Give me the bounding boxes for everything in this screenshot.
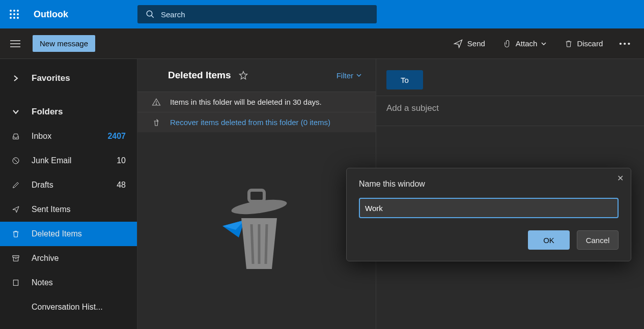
sidebar-item-sent[interactable]: Sent Items: [0, 197, 137, 222]
svg-line-24: [266, 224, 267, 264]
blocked-icon: [11, 157, 20, 165]
message-list-pane: Deleted Items Filter Items in this folde…: [137, 59, 376, 329]
sidebar-item-label: Drafts: [32, 181, 94, 190]
favorites-label: Favorites: [32, 73, 70, 83]
recover-items-text: Recover items deleted from this folder (…: [170, 118, 330, 127]
command-bar: New message Send Attach Discard •••: [0, 28, 644, 59]
sidebar-item-archive[interactable]: Archive: [0, 246, 137, 271]
empty-folder-illustration: [137, 132, 376, 329]
svg-point-19: [156, 104, 157, 105]
send-button[interactable]: Send: [446, 36, 492, 52]
filter-label: Filter: [337, 71, 353, 80]
send-label: Send: [467, 39, 485, 48]
svg-point-1: [13, 10, 15, 12]
dialog-ok-button[interactable]: OK: [528, 230, 570, 250]
svg-line-10: [151, 15, 154, 18]
svg-rect-16: [13, 256, 19, 257]
attach-button[interactable]: Attach: [496, 36, 554, 52]
sidebar-item-drafts[interactable]: Drafts 48: [0, 173, 137, 197]
svg-point-2: [17, 10, 19, 12]
filter-button[interactable]: Filter: [337, 71, 361, 80]
app-launcher-button[interactable]: [0, 0, 29, 28]
dialog-cancel-button[interactable]: Cancel: [577, 230, 619, 250]
list-header: Deleted Items Filter: [137, 59, 376, 92]
search-icon: [146, 10, 155, 19]
send-icon: [11, 205, 20, 214]
ellipsis-icon: •••: [619, 39, 632, 48]
discard-label: Discard: [577, 39, 603, 48]
sidebar-item-label: Junk Email: [32, 156, 94, 165]
sidebar-item-deleted[interactable]: Deleted Items: [0, 222, 137, 246]
folders-section[interactable]: Folders: [0, 100, 137, 124]
sidebar-item-notes[interactable]: Notes: [0, 271, 137, 295]
archive-icon: [11, 254, 20, 262]
note-icon: [11, 279, 20, 287]
sidebar-item-label: Notes: [32, 278, 126, 287]
sidebar-item-count: 2407: [105, 132, 126, 141]
new-message-button[interactable]: New message: [33, 35, 95, 52]
favorites-section[interactable]: Favorites: [0, 66, 137, 91]
waffle-icon: [10, 10, 19, 19]
chevron-down-icon: [541, 42, 546, 45]
trash-icon: [11, 230, 20, 238]
sidebar-item-label: Deleted Items: [32, 229, 94, 238]
dialog-close-button[interactable]: ✕: [617, 173, 624, 183]
window-name-input[interactable]: [359, 198, 619, 218]
search-box[interactable]: [137, 5, 377, 23]
svg-point-8: [17, 17, 19, 19]
folders-label: Folders: [32, 107, 63, 117]
sidebar-item-conversation-history[interactable]: Conversation Hist...: [0, 295, 137, 319]
sidebar-item-count: 10: [105, 156, 126, 165]
recover-items-row[interactable]: Recover items deleted from this folder (…: [137, 112, 376, 132]
attach-label: Attach: [516, 39, 538, 48]
more-actions-button[interactable]: •••: [614, 36, 637, 51]
folder-sidebar: Favorites Folders Inbox 2407 Junk Email …: [0, 59, 137, 329]
to-field-row[interactable]: To: [376, 64, 644, 96]
sidebar-item-label: Inbox: [32, 132, 94, 141]
chevron-down-icon: [356, 74, 361, 77]
inbox-icon: [11, 132, 20, 140]
pencil-icon: [11, 181, 20, 189]
sidebar-item-junk[interactable]: Junk Email 10: [0, 148, 137, 173]
close-icon: ✕: [617, 174, 624, 183]
svg-line-15: [14, 159, 18, 163]
hamburger-icon: [10, 40, 20, 47]
to-button[interactable]: To: [386, 70, 423, 89]
trash-icon: [565, 39, 573, 49]
sidebar-item-label: Conversation Hist...: [32, 303, 126, 312]
svg-point-7: [13, 17, 15, 19]
star-icon[interactable]: [238, 70, 248, 80]
svg-rect-20: [249, 190, 264, 201]
svg-point-4: [13, 13, 15, 15]
sidebar-item-inbox[interactable]: Inbox 2407: [0, 124, 137, 148]
svg-point-6: [10, 17, 12, 19]
hamburger-button[interactable]: [5, 40, 25, 47]
svg-line-22: [251, 224, 253, 264]
dialog-title: Name this window: [359, 180, 619, 189]
app-title: Outlook: [34, 9, 110, 20]
sidebar-item-label: Archive: [32, 254, 126, 263]
chevron-down-icon: [11, 109, 20, 114]
retention-info-text: Items in this folder will be deleted in …: [170, 98, 322, 106]
sidebar-item-label: Sent Items: [32, 205, 94, 214]
retention-info-row: Items in this folder will be deleted in …: [137, 92, 376, 112]
svg-point-3: [10, 13, 12, 15]
send-icon: [453, 39, 463, 49]
folder-title: Deleted Items: [168, 70, 231, 81]
subject-input[interactable]: [386, 103, 634, 113]
discard-button[interactable]: Discard: [557, 36, 610, 52]
svg-rect-17: [13, 280, 18, 286]
paperclip-icon: [503, 39, 512, 49]
warning-icon: [152, 98, 161, 107]
search-input[interactable]: [161, 10, 369, 19]
name-window-dialog: ✕ Name this window OK Cancel: [346, 168, 631, 261]
svg-point-9: [147, 11, 152, 16]
sidebar-item-count: 48: [105, 181, 126, 190]
svg-point-5: [17, 13, 19, 15]
title-bar: Outlook: [0, 0, 644, 28]
chevron-right-icon: [11, 75, 20, 82]
recover-icon: [152, 118, 161, 127]
subject-row[interactable]: [376, 96, 644, 126]
svg-point-0: [10, 10, 12, 12]
